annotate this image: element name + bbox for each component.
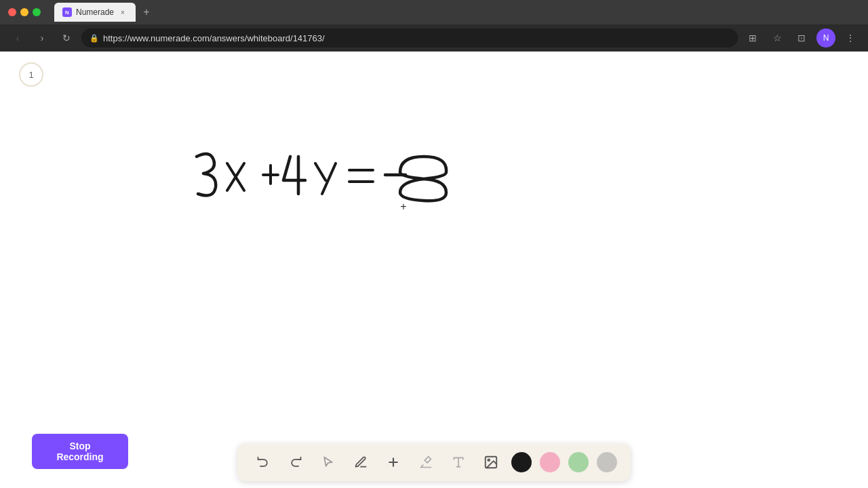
redo-button[interactable] [283,450,308,474]
tab-bar: N Numerade × + [54,3,155,22]
tab-close-button[interactable]: × [118,7,127,17]
stop-recording-button[interactable]: Stop Recording [32,434,128,469]
navigation-bar: ‹ › ↻ 🔒 https://www.numerade.com/answers… [0,24,868,52]
eraser-tool-button[interactable] [414,450,438,474]
minimize-window-button[interactable] [20,8,28,16]
color-pink-button[interactable] [540,452,560,472]
whiteboard-canvas[interactable]: 1 + Stop Recording [0,52,868,488]
traffic-lights [8,8,41,16]
select-tool-button[interactable] [316,450,340,474]
back-button[interactable]: ‹ [8,28,27,47]
url-text: https://www.numerade.com/answers/whitebo… [103,33,325,43]
nav-right-icons: ⊞ ☆ ⊡ N ⋮ [743,28,860,47]
active-tab[interactable]: N Numerade × [54,3,136,22]
color-black-button[interactable] [511,452,532,472]
text-tool-button[interactable] [446,450,471,474]
menu-icon[interactable]: ⋮ [841,28,860,47]
add-tool-button[interactable] [381,450,406,474]
new-tab-button[interactable]: + [138,4,155,20]
pen-tool-button[interactable] [349,450,373,474]
undo-button[interactable] [251,450,275,474]
drawing-toolbar [237,443,631,481]
refresh-button[interactable]: ↻ [57,28,76,47]
profile-icon[interactable]: N [816,28,835,47]
page-number-badge: 1 [19,62,43,87]
svg-point-3 [488,459,490,461]
tab-favicon: N [62,7,72,17]
browser-chrome: N Numerade × + ‹ › ↻ 🔒 https://www.numer… [0,0,868,52]
tab-title: Numerade [76,7,114,17]
close-window-button[interactable] [8,8,16,16]
address-bar[interactable]: 🔒 https://www.numerade.com/answers/white… [81,28,738,47]
screen-capture-icon[interactable]: ⊞ [743,28,762,47]
color-gray-button[interactable] [597,452,617,472]
bookmark-icon[interactable]: ☆ [768,28,787,47]
extensions-icon[interactable]: ⊡ [792,28,811,47]
forward-button[interactable]: › [33,28,52,47]
equation-drawing [190,146,475,217]
image-tool-button[interactable] [479,450,503,474]
equation-svg [190,146,475,214]
maximize-window-button[interactable] [33,8,41,16]
color-green-button[interactable] [568,452,589,472]
title-bar: N Numerade × + [0,0,868,24]
